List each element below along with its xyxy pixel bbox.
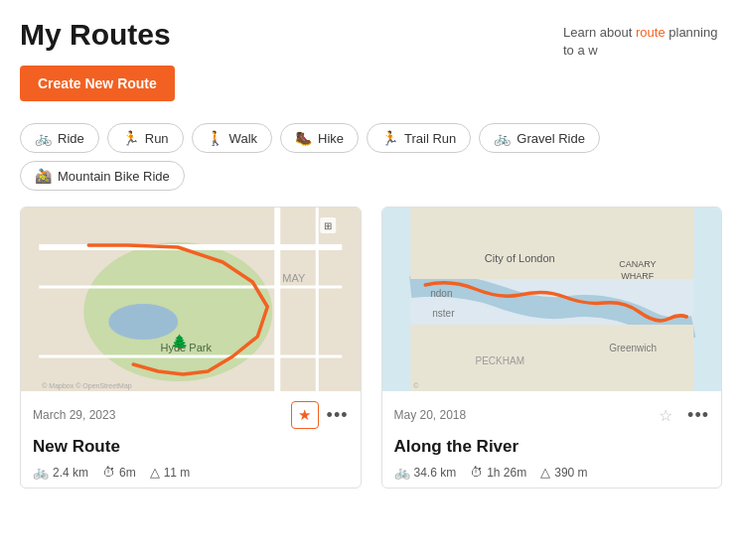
filter-mountain-bike-label: Mountain Bike Ride — [58, 169, 170, 184]
tip-link[interactable]: route — [636, 25, 666, 40]
route-stats-new-route: 🚲 2.4 km ⏱ 6m △ 11 m — [33, 465, 349, 480]
time-value-2: 1h 26m — [487, 466, 526, 480]
more-button-new-route[interactable]: ••• — [327, 405, 349, 426]
elevation-value-2: 390 m — [554, 466, 587, 480]
route-title-new-route: New Route — [33, 437, 349, 457]
route-date-2: May 20, 2018 — [394, 408, 467, 422]
svg-text:City of London: City of London — [484, 252, 554, 264]
svg-text:🌲: 🌲 — [171, 334, 189, 350]
elevation-icon-2: △ — [540, 465, 550, 480]
filter-walk[interactable]: 🚶 Walk — [192, 123, 272, 153]
tip-text: Learn about route planning to a w — [563, 25, 717, 58]
distance-value: 2.4 km — [53, 466, 88, 480]
filter-mountain-bike[interactable]: 🚵 Mountain Bike Ride — [20, 161, 185, 191]
routes-grid: Hyde Park 🌲 MAY ⊞ © Mapbox © OpenStreetM… — [0, 207, 742, 508]
london-map-svg: City of London CANARY WHARF PECKHAM Gree… — [382, 208, 722, 391]
filter-trail-run-label: Trail Run — [404, 131, 456, 146]
route-date-row: March 29, 2023 ★ ••• — [33, 401, 349, 429]
svg-point-2 — [108, 304, 178, 340]
run-icon: 🏃 — [122, 130, 139, 146]
route-card-new-route: Hyde Park 🌲 MAY ⊞ © Mapbox © OpenStreetM… — [20, 207, 362, 489]
stat-distance-2: 🚲 34.6 km — [394, 465, 457, 480]
ride-icon: 🚲 — [35, 130, 52, 146]
filter-gravel-ride[interactable]: 🚲 Gravel Ride — [479, 123, 600, 153]
svg-text:PECKHAM: PECKHAM — [475, 355, 523, 366]
bike-icon: 🚲 — [33, 465, 49, 480]
stat-elevation: △ 11 m — [150, 465, 191, 480]
mountain-bike-icon: 🚵 — [35, 168, 52, 184]
svg-rect-16 — [410, 325, 693, 391]
route-meta-new-route: March 29, 2023 ★ ••• New Route 🚲 2.4 km … — [21, 391, 361, 488]
filter-run-label: Run — [145, 131, 169, 146]
filter-ride[interactable]: 🚲 Ride — [20, 123, 99, 153]
hyde-park-map-svg: Hyde Park 🌲 MAY ⊞ © Mapbox © OpenStreetM… — [21, 208, 361, 391]
filter-ride-label: Ride — [58, 131, 84, 146]
filter-trail-run[interactable]: 🏃 Trail Run — [367, 123, 471, 153]
route-stats-along-river: 🚲 34.6 km ⏱ 1h 26m △ 390 m — [394, 465, 710, 480]
distance-value-2: 34.6 km — [414, 466, 457, 480]
page-header: My Routes Create New Route Learn about r… — [0, 0, 742, 113]
route-date: March 29, 2023 — [33, 408, 115, 422]
route-date-row-2: May 20, 2018 ☆ ••• — [394, 401, 710, 429]
svg-text:⊞: ⊞ — [324, 220, 332, 231]
route-actions-2: ☆ ••• — [652, 401, 709, 429]
header-left: My Routes Create New Route — [20, 18, 175, 101]
more-button-along-river[interactable]: ••• — [687, 405, 709, 426]
svg-text:nster: nster — [432, 308, 455, 319]
svg-point-1 — [83, 242, 272, 381]
filter-hike[interactable]: 🥾 Hike — [280, 123, 359, 153]
svg-text:WHARF: WHARF — [621, 271, 654, 281]
filter-bar: 🚲 Ride 🏃 Run 🚶 Walk 🥾 Hike 🏃 Trail Run 🚲… — [0, 113, 742, 207]
filter-run[interactable]: 🏃 Run — [107, 123, 184, 153]
header-tip: Learn about route planning to a w — [563, 18, 722, 60]
svg-text:MAY: MAY — [282, 272, 306, 284]
filter-gravel-ride-label: Gravel Ride — [517, 131, 585, 146]
clock-icon-2: ⏱ — [470, 465, 483, 480]
stat-time: ⏱ 6m — [102, 465, 136, 480]
star-button-new-route[interactable]: ★ — [291, 401, 319, 429]
stat-distance: 🚲 2.4 km — [33, 465, 88, 480]
filter-walk-label: Walk — [229, 131, 257, 146]
create-route-button[interactable]: Create New Route — [20, 66, 175, 101]
bike-icon-2: 🚲 — [394, 465, 410, 480]
route-title-along-river: Along the River — [394, 437, 710, 457]
gravel-ride-icon: 🚲 — [494, 130, 511, 146]
clock-icon: ⏱ — [102, 465, 115, 480]
stat-time-2: ⏱ 1h 26m — [470, 465, 526, 480]
svg-text:Greenwich: Greenwich — [609, 343, 657, 353]
route-card-along-the-river: City of London CANARY WHARF PECKHAM Gree… — [381, 207, 723, 489]
star-button-along-river[interactable]: ☆ — [652, 401, 679, 429]
svg-text:© Mapbox © OpenStreetMap: © Mapbox © OpenStreetMap — [42, 382, 132, 390]
elevation-icon: △ — [150, 465, 160, 480]
time-value: 6m — [119, 466, 136, 480]
elevation-value: 11 m — [164, 466, 191, 480]
filter-hike-label: Hike — [318, 131, 344, 146]
route-actions: ★ ••• — [291, 401, 349, 429]
hike-icon: 🥾 — [295, 130, 312, 146]
route-map-london[interactable]: City of London CANARY WHARF PECKHAM Gree… — [382, 208, 722, 391]
page-title: My Routes — [20, 18, 175, 52]
route-meta-along-the-river: May 20, 2018 ☆ ••• Along the River 🚲 34.… — [382, 391, 722, 488]
walk-icon: 🚶 — [207, 130, 223, 146]
route-map-hyde[interactable]: Hyde Park 🌲 MAY ⊞ © Mapbox © OpenStreetM… — [21, 208, 361, 391]
svg-text:CANARY: CANARY — [619, 259, 656, 269]
stat-elevation-2: △ 390 m — [540, 465, 587, 480]
trail-run-icon: 🏃 — [381, 130, 398, 146]
svg-text:©: © — [413, 382, 419, 389]
svg-text:ndon: ndon — [430, 288, 452, 299]
